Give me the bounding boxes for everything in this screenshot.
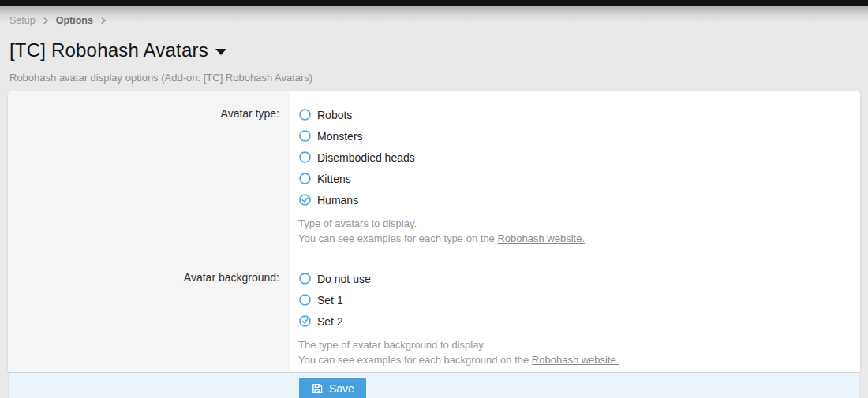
radio-option-kittens[interactable]: Kittens	[298, 168, 351, 189]
radio-label: Disembodied heads	[317, 151, 415, 164]
radio-label: Kittens	[317, 173, 351, 185]
radio-option-humans[interactable]: Humans	[298, 189, 358, 210]
robohash-website-link[interactable]: Robohash website.	[532, 354, 619, 366]
page-title-text: [TC] Robohash Avatars	[9, 39, 208, 61]
page-subtitle: Robohash avatar display options (Add-on:…	[9, 72, 859, 84]
radio-label: Monsters	[317, 130, 363, 143]
explain-line1: Type of avatars to display.	[298, 218, 417, 229]
explain-line2: You can see examples for each type on th…	[298, 232, 497, 244]
form-row-avatar-background: Avatar background: Do not use Set 1	[8, 257, 860, 372]
radio-option-do-not-use[interactable]: Do not use	[298, 268, 371, 289]
radio-option-set-1[interactable]: Set 1	[298, 289, 343, 311]
radio-label: Set 1	[317, 294, 343, 307]
avatar-background-options: Do not use Set 1 Set 2 The type of avata…	[290, 257, 860, 372]
explain-line2: You can see examples for each background…	[298, 354, 532, 366]
radio-unchecked-icon	[298, 172, 312, 185]
robohash-website-link[interactable]: Robohash website.	[497, 232, 585, 244]
radio-label: Robots	[317, 109, 352, 121]
breadcrumb: Setup Options	[9, 15, 859, 26]
radio-option-monsters[interactable]: Monsters	[298, 125, 363, 147]
breadcrumb-setup[interactable]: Setup	[9, 15, 36, 26]
avatar-type-explain: Type of avatars to display. You can see …	[298, 217, 847, 246]
radio-unchecked-icon	[298, 129, 312, 143]
options-panel: Avatar type: Robots Monsters	[8, 91, 860, 372]
page-title: [TC] Robohash Avatars	[9, 39, 859, 61]
radio-unchecked-icon	[298, 151, 312, 164]
floppy-disk-icon	[311, 382, 324, 395]
radio-checked-icon	[298, 314, 312, 328]
avatar-background-label: Avatar background:	[8, 257, 290, 372]
form-row-avatar-type: Avatar type: Robots Monsters	[8, 91, 860, 257]
chevron-right-icon	[99, 17, 107, 25]
avatar-type-label: Avatar type:	[8, 91, 290, 257]
radio-option-disembodied-heads[interactable]: Disembodied heads	[298, 147, 415, 168]
radio-unchecked-icon	[298, 272, 312, 285]
explain-line1: The type of avatar background to display…	[298, 339, 486, 351]
breadcrumb-options[interactable]: Options	[56, 15, 93, 26]
radio-unchecked-icon	[298, 293, 312, 307]
radio-label: Humans	[317, 194, 358, 206]
title-dropdown-caret-icon[interactable]	[215, 49, 226, 55]
radio-label: Do not use	[317, 273, 371, 285]
top-black-bar	[0, 0, 868, 6]
radio-option-robots[interactable]: Robots	[298, 104, 352, 125]
admin-page: Setup Options [TC] Robohash Avatars Robo…	[0, 6, 868, 398]
avatar-type-options: Robots Monsters Disembodied heads	[290, 91, 860, 257]
page-header: Setup Options [TC] Robohash Avatars Robo…	[0, 6, 868, 84]
save-button[interactable]: Save	[299, 378, 366, 398]
radio-checked-icon	[298, 193, 312, 206]
radio-label: Set 2	[317, 315, 343, 328]
avatar-background-explain: The type of avatar background to display…	[298, 338, 847, 367]
chevron-right-icon	[42, 17, 50, 25]
radio-unchecked-icon	[298, 108, 312, 121]
radio-option-set-2[interactable]: Set 2	[298, 311, 343, 332]
form-footer: Save	[8, 372, 860, 398]
save-button-label: Save	[329, 382, 354, 395]
